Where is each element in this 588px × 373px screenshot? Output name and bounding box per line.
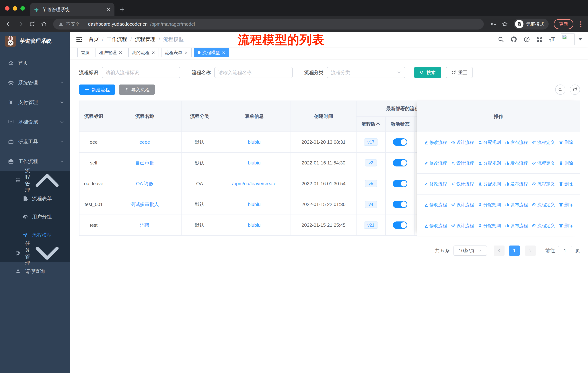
process-definition-link[interactable]: 流程定义	[532, 160, 555, 166]
search-button[interactable]: 搜索	[414, 67, 441, 78]
address-bar[interactable]: 不安全 dashboard.yudao.iocoder.cn/bpm/manag…	[53, 19, 484, 30]
delete-link[interactable]: 删除	[559, 160, 573, 166]
close-icon[interactable]	[151, 51, 155, 55]
assign-rule-link[interactable]: 分配规则	[478, 160, 501, 166]
zoom-window-button[interactable]	[21, 6, 25, 10]
tag-tenant-mgmt[interactable]: 租户管理	[95, 48, 126, 57]
process-key-input[interactable]	[102, 67, 180, 78]
modify-process-link[interactable]: 修改流程	[424, 160, 447, 166]
modify-process-link[interactable]: 修改流程	[424, 223, 447, 229]
tag-process-form[interactable]: 流程表单	[161, 48, 192, 57]
security-label[interactable]: 不安全	[66, 21, 80, 27]
import-process-button[interactable]: 导入流程	[119, 84, 155, 95]
process-name-input[interactable]	[214, 67, 293, 78]
publish-process-link[interactable]: 发布流程	[505, 140, 528, 145]
close-icon[interactable]	[118, 51, 123, 55]
browser-update-button[interactable]: 更新	[554, 19, 573, 29]
sidebar-item-devtools[interactable]: 研发工具	[0, 132, 70, 151]
active-toggle[interactable]	[393, 159, 407, 166]
toggle-search-button[interactable]	[555, 84, 565, 95]
modify-process-link[interactable]: 修改流程	[424, 202, 447, 208]
assign-rule-link[interactable]: 分配规则	[478, 223, 501, 229]
tab-close-icon[interactable]	[106, 7, 111, 12]
delete-link[interactable]: 删除	[559, 140, 573, 145]
next-page-button[interactable]	[525, 245, 536, 256]
sidebar-item-home[interactable]: 首页	[0, 53, 70, 73]
publish-process-link[interactable]: 发布流程	[505, 223, 528, 229]
process-definition-link[interactable]: 流程定义	[532, 140, 555, 145]
app-logo[interactable]: 芋道管理系统	[0, 32, 70, 50]
minimize-window-button[interactable]	[13, 6, 17, 10]
publish-process-link[interactable]: 发布流程	[505, 202, 528, 208]
avatar-broken-image[interactable]	[561, 33, 575, 45]
cell-process-name-link[interactable]: 测试多审批人	[108, 194, 181, 215]
reset-button[interactable]: 重置	[446, 67, 473, 78]
prev-page-button[interactable]	[494, 245, 504, 256]
sidebar-item-payment[interactable]: ¥ 支付管理	[0, 92, 70, 112]
process-category-select[interactable]: 流程分类	[327, 67, 405, 78]
github-icon[interactable]	[510, 36, 517, 43]
tag-home[interactable]: 首页	[77, 48, 93, 57]
cell-process-name-link[interactable]: eeee	[108, 132, 181, 153]
new-tab-button[interactable]	[117, 5, 127, 14]
cell-form-link[interactable]: /bpm/oa/leave/create	[218, 173, 291, 194]
cell-form-link[interactable]: biubiu	[218, 194, 291, 215]
publish-process-link[interactable]: 发布流程	[505, 181, 528, 187]
tag-process-model[interactable]: 流程模型	[194, 48, 229, 57]
cell-process-name-link[interactable]: OA 请假	[108, 173, 181, 194]
refresh-table-button[interactable]	[570, 84, 580, 95]
window-controls[interactable]	[0, 6, 30, 16]
cell-form-link[interactable]: biubiu	[218, 215, 291, 236]
modify-process-link[interactable]: 修改流程	[424, 140, 447, 145]
delete-link[interactable]: 删除	[559, 202, 573, 208]
sidebar-item-system[interactable]: 系统管理	[0, 73, 70, 92]
delete-link[interactable]: 删除	[559, 223, 573, 229]
assign-rule-link[interactable]: 分配规则	[478, 202, 501, 208]
back-button[interactable]	[4, 19, 14, 29]
delete-link[interactable]: 删除	[559, 181, 573, 187]
assign-rule-link[interactable]: 分配规则	[478, 181, 501, 187]
goto-page-input[interactable]	[558, 246, 572, 255]
page-size-select[interactable]: 10条/页	[453, 245, 487, 256]
design-process-link[interactable]: 设计流程	[451, 181, 474, 187]
password-key-button[interactable]	[488, 19, 498, 29]
font-size-icon[interactable]: TT	[549, 36, 555, 42]
design-process-link[interactable]: 设计流程	[451, 140, 474, 145]
close-window-button[interactable]	[5, 6, 10, 10]
breadcrumb-home[interactable]: 首页	[89, 36, 99, 43]
cell-process-name-link[interactable]: 滔博	[108, 215, 181, 236]
header-search-icon[interactable]	[498, 36, 504, 43]
design-process-link[interactable]: 设计流程	[451, 223, 474, 229]
process-definition-link[interactable]: 流程定义	[532, 181, 555, 187]
active-toggle[interactable]	[393, 180, 407, 187]
reload-button[interactable]	[27, 19, 37, 29]
security-warning-icon[interactable]	[58, 21, 63, 27]
sidebar-item-infra[interactable]: 基础设施	[0, 112, 70, 132]
help-question-icon[interactable]	[524, 36, 530, 43]
cell-form-link[interactable]: biubiu	[218, 153, 291, 173]
process-definition-link[interactable]: 流程定义	[532, 202, 555, 208]
home-button[interactable]	[39, 19, 49, 29]
current-page-button[interactable]: 1	[509, 245, 520, 256]
fullscreen-icon[interactable]	[536, 36, 543, 43]
close-icon[interactable]	[184, 51, 188, 55]
breadcrumb-process-mgmt[interactable]: 流程管理	[135, 36, 155, 43]
active-toggle[interactable]	[393, 222, 407, 229]
publish-process-link[interactable]: 发布流程	[505, 160, 528, 166]
modify-process-link[interactable]: 修改流程	[424, 181, 447, 187]
active-toggle[interactable]	[393, 201, 407, 208]
close-icon[interactable]	[222, 51, 226, 55]
active-toggle[interactable]	[393, 138, 407, 146]
cell-form-link[interactable]: biubiu	[218, 132, 291, 153]
browser-tab[interactable]: 芋道管理系统	[30, 3, 115, 16]
sidebar-item-task-mgmt[interactable]: 任务管理	[0, 244, 70, 262]
sidebar-item-user-group[interactable]: 用户分组	[0, 208, 70, 226]
breadcrumb-workflow[interactable]: 工作流程	[107, 36, 127, 43]
forward-button[interactable]	[15, 19, 26, 29]
bookmark-star-button[interactable]	[500, 19, 510, 29]
design-process-link[interactable]: 设计流程	[451, 160, 474, 166]
avatar-caret-icon[interactable]	[578, 38, 582, 40]
create-process-button[interactable]: 新建流程	[79, 84, 115, 95]
browser-menu-button[interactable]	[577, 21, 584, 27]
process-definition-link[interactable]: 流程定义	[532, 223, 555, 229]
